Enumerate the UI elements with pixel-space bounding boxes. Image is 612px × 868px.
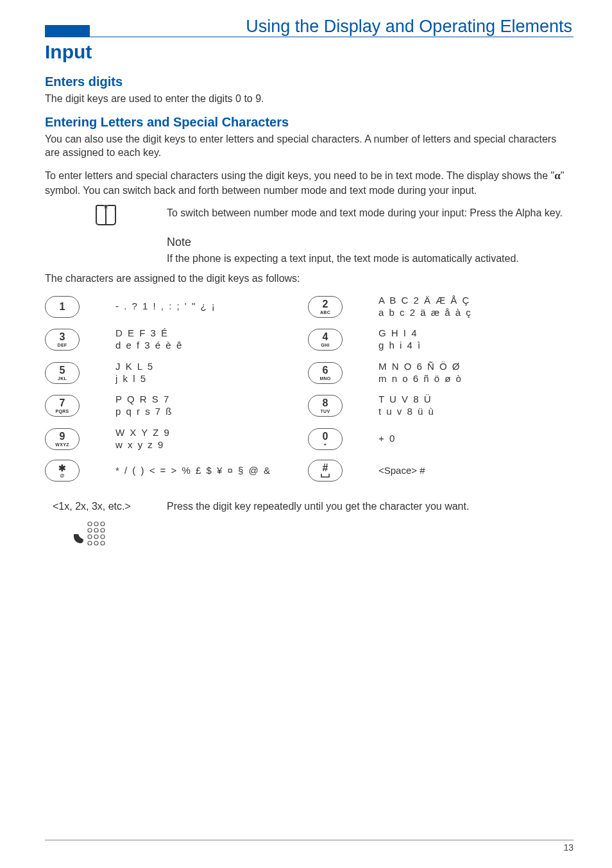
press-instruction-text: Press the digit key repeatedly until you… <box>167 501 469 512</box>
entering-letters-p2: To enter letters and special characters … <box>45 169 574 198</box>
note-title: Note <box>167 234 574 250</box>
section-enters-digits: Enters digits <box>45 74 574 89</box>
key-9-chars: W X Y Z 9 w x y z 9 <box>115 427 308 451</box>
page-number: 13 <box>45 840 574 853</box>
alpha-key-instruction: To switch between number mode and text m… <box>167 206 574 220</box>
key-hash-chars: <Space> # <box>378 465 571 477</box>
space-symbol-icon <box>321 473 330 478</box>
key-9: 9 WXYZ <box>45 428 80 450</box>
svg-point-3 <box>88 528 92 532</box>
key-star: ✱ @ <box>45 460 80 482</box>
svg-point-2 <box>101 522 105 526</box>
svg-point-11 <box>101 541 105 545</box>
key-0-chars: + 0 <box>378 433 571 445</box>
svg-point-6 <box>88 535 92 539</box>
svg-point-7 <box>94 535 98 539</box>
header-accent-bar <box>45 25 90 37</box>
svg-point-8 <box>101 535 105 539</box>
svg-point-5 <box>101 528 105 532</box>
key-8: 8 TUV <box>308 395 343 417</box>
chapter-title: Using the Display and Operating Elements <box>246 17 574 37</box>
book-icon <box>96 209 116 225</box>
alpha-symbol: α <box>554 169 561 182</box>
svg-point-10 <box>88 541 92 545</box>
svg-point-4 <box>94 528 98 532</box>
key-0: 0 + <box>308 428 343 450</box>
alpha-key-instruction-row: To switch between number mode and text m… <box>45 206 574 225</box>
key-6-chars: M N O 6 Ñ Ö Ø m n o 6 ñ ö ø ò <box>378 361 571 385</box>
entering-letters-p1: You can also use the digit keys to enter… <box>45 132 574 160</box>
p2-part-a: To enter letters and special characters … <box>45 170 554 181</box>
key-3: 3 DEF <box>45 329 80 351</box>
enters-digits-text: The digit keys are used to enter the dig… <box>45 92 574 106</box>
note-text: If the phone is expecting a text input, … <box>167 252 574 266</box>
key-2-chars: A B C 2 Ä Æ Å Ç a b c 2 ä æ å à ç <box>378 295 571 319</box>
book-icon-cell <box>45 206 167 225</box>
chapter-header: Using the Display and Operating Elements <box>45 19 574 37</box>
key-1-chars: - . ? 1 ! , : ; ' " ¿ ¡ <box>115 300 308 313</box>
section-entering-letters: Entering Letters and Special Characters <box>45 115 574 130</box>
page-title: Input <box>45 41 574 63</box>
note-row: Note If the phone is expecting a text in… <box>45 232 574 265</box>
svg-point-9 <box>94 541 98 545</box>
key-assignment-grid: 1 - . ? 1 ! , : ; ' " ¿ ¡ 2 ABC A B C 2 … <box>45 295 574 482</box>
key-4-chars: G H I 4 g h i 4 ì <box>378 327 571 352</box>
press-count-label: <1x, 2x, 3x, etc.> <box>53 501 131 512</box>
assignment-intro: The characters are assigned to the digit… <box>45 272 574 286</box>
press-instruction-row: <1x, 2x, 3x, etc.> Press the digit k <box>45 501 574 548</box>
key-5: 5 JKL <box>45 362 80 384</box>
key-1: 1 <box>45 296 80 318</box>
svg-point-1 <box>94 522 98 526</box>
key-6: 6 MNO <box>308 362 343 384</box>
keypad-sketch-icon <box>72 515 110 548</box>
key-4: 4 GHI <box>308 329 343 351</box>
key-5-chars: J K L 5 j k l 5 <box>115 361 308 385</box>
key-star-chars: * / ( ) < = > % £ $ ¥ ¤ § @ & <box>115 465 308 477</box>
key-7: 7 PQRS <box>45 395 80 417</box>
key-3-chars: D E F 3 É d e f 3 é è ê <box>115 327 308 352</box>
key-2: 2 ABC <box>308 296 343 318</box>
key-7-chars: P Q R S 7 p q r s 7 ß <box>115 394 308 418</box>
key-8-chars: T U V 8 Ü t u v 8 ü ù <box>378 394 571 418</box>
key-hash: # <box>308 460 343 482</box>
svg-point-0 <box>88 522 92 526</box>
